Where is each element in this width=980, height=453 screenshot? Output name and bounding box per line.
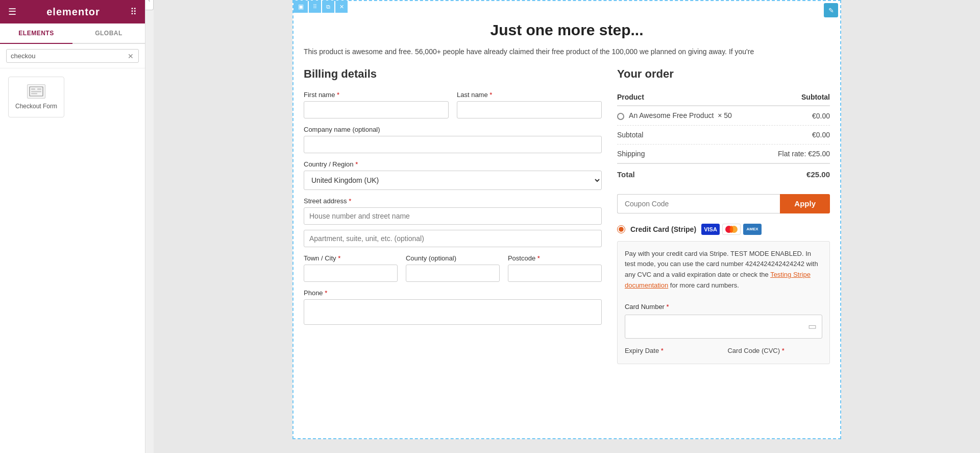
visa-logo: VISA [701, 224, 720, 235]
expiry-group: Expiry Date * [625, 346, 720, 356]
tab-elements[interactable]: ELEMENTS [0, 23, 72, 44]
phone-group: Phone * [304, 289, 602, 325]
order-section: Your order Product Subtotal [617, 67, 830, 364]
grid-icon[interactable]: ⠿ [130, 6, 137, 17]
first-name-label: First name * [304, 91, 449, 99]
country-group: Country / Region * United Kingdom (UK) U… [304, 160, 602, 190]
expiry-cvc-row: Expiry Date * Card Code (CVC) * [625, 346, 822, 356]
country-label: Country / Region * [304, 160, 602, 168]
svg-rect-4 [31, 93, 37, 94]
table-row: An Awesome Free Product × 50 €0.00 [617, 106, 830, 125]
apt-group [304, 230, 602, 247]
collapse-sidebar-button[interactable]: ‹ [145, 0, 154, 10]
apt-input[interactable] [304, 230, 602, 247]
section-handle[interactable]: ▣ [293, 1, 308, 13]
card-icon: ▭ [808, 319, 817, 334]
section-actions: ⠿ ⧉ ✕ [309, 1, 348, 13]
payment-info-box: Pay with your credit card via Stripe. TE… [617, 241, 830, 364]
coupon-input[interactable] [617, 194, 780, 213]
street-input[interactable] [304, 207, 602, 225]
expiry-label: Expiry Date * [625, 346, 720, 356]
product-name-cell: An Awesome Free Product × 50 [617, 106, 764, 125]
edit-widget-button[interactable]: ✎ [824, 3, 838, 17]
cvc-label: Card Code (CVC) * [727, 346, 822, 356]
section-delete-btn[interactable]: ✕ [335, 1, 348, 13]
main-canvas: ▣ ⠿ ⧉ ✕ ✎ Just one more step... This pro… [154, 0, 980, 453]
page-content: Just one more step... This product is aw… [293, 11, 840, 364]
shipping-value-cell: Flat rate: €25.00 [764, 144, 830, 163]
product-col-header: Product [617, 89, 764, 106]
phone-input[interactable] [304, 299, 602, 325]
billing-section: Billing details First name * Last name * [304, 67, 602, 325]
sidebar-search: ✕ [0, 44, 145, 68]
required-star-2: * [489, 91, 492, 99]
section-toolbar: ▣ ⠿ ⧉ ✕ [293, 1, 348, 13]
country-select[interactable]: United Kingdom (UK) United States (US) F… [304, 171, 602, 190]
sidebar-elements: Checkout Form [0, 68, 145, 126]
name-row: First name * Last name * [304, 91, 602, 118]
section-move-btn[interactable]: ⠿ [309, 1, 321, 13]
apply-coupon-button[interactable]: Apply [780, 194, 830, 213]
company-group: Company name (optional) [304, 126, 602, 153]
company-input[interactable] [304, 136, 602, 153]
county-label: County (optional) [406, 254, 500, 262]
search-input[interactable] [6, 49, 139, 63]
sidebar-tabs: ELEMENTS GLOBAL [0, 23, 145, 44]
search-clear-icon[interactable]: ✕ [128, 52, 134, 60]
canvas-wrapper: ▣ ⠿ ⧉ ✕ ✎ Just one more step... This pro… [292, 0, 841, 439]
payment-method-label: Credit Card (Stripe) [630, 225, 696, 233]
card-number-field: ▭ [625, 315, 822, 339]
cvc-group: Card Code (CVC) * [727, 346, 822, 356]
billing-title: Billing details [304, 67, 602, 81]
sidebar: ☰ elementor ⠿ ELEMENTS GLOBAL ✕ Checkout… [0, 0, 145, 453]
section-duplicate-btn[interactable]: ⧉ [322, 1, 334, 13]
payment-option-credit-card: Credit Card (Stripe) VISA [617, 224, 830, 235]
product-icon [617, 113, 624, 120]
section-id-icon: ▣ [298, 3, 304, 10]
elementor-logo: elementor [46, 6, 100, 18]
postcode-label: Postcode * [508, 254, 602, 262]
checkout-form-icon [27, 84, 45, 99]
required-star-4: * [349, 197, 351, 205]
subtotal-value-cell: €0.00 [764, 125, 830, 144]
town-group: Town / City * [304, 254, 398, 282]
town-input[interactable] [304, 265, 398, 282]
postcode-input[interactable] [508, 265, 602, 282]
card-number-label: Card Number * [625, 302, 822, 313]
street-group: Street address * [304, 197, 602, 225]
sidebar-header: ☰ elementor ⠿ [0, 0, 145, 23]
checkout-form-label: Checkout Form [15, 103, 57, 110]
credit-card-radio[interactable] [617, 225, 625, 233]
product-price-cell: €0.00 [764, 106, 830, 125]
county-group: County (optional) [406, 254, 500, 282]
order-table: Product Subtotal An Awesome Free Product… [617, 89, 830, 183]
first-name-input[interactable] [304, 101, 449, 118]
street-label: Street address * [304, 197, 602, 205]
first-name-group: First name * [304, 91, 449, 118]
payment-info-suffix: for more card numbers. [670, 281, 739, 289]
shipping-row: Shipping Flat rate: €25.00 [617, 144, 830, 163]
last-name-input[interactable] [457, 101, 602, 118]
page-title: Just one more step... [304, 11, 830, 39]
tab-global[interactable]: GLOBAL [72, 23, 145, 43]
town-row: Town / City * County (optional) Postcode… [304, 254, 602, 282]
checkout-layout: Billing details First name * Last name * [304, 67, 830, 364]
total-row: Total €25.00 [617, 163, 830, 184]
svg-point-7 [730, 226, 733, 233]
shipping-label-cell: Shipping [617, 144, 764, 163]
county-input[interactable] [406, 265, 500, 282]
payment-section: Credit Card (Stripe) VISA [617, 224, 830, 364]
card-number-input[interactable] [630, 323, 808, 331]
hamburger-icon[interactable]: ☰ [8, 6, 16, 17]
amex-logo: AMEX [743, 224, 762, 235]
subtotal-col-header: Subtotal [764, 89, 830, 106]
coupon-row: Apply [617, 194, 830, 213]
checkout-form-element[interactable]: Checkout Form [8, 77, 64, 117]
phone-label: Phone * [304, 289, 602, 297]
total-label-cell: Total [617, 163, 764, 184]
last-name-label: Last name * [457, 91, 602, 99]
svg-rect-2 [37, 88, 41, 90]
page-description: This product is awesome and free. 56,000… [304, 46, 830, 57]
subtotal-row: Subtotal €0.00 [617, 125, 830, 144]
last-name-group: Last name * [457, 91, 602, 118]
